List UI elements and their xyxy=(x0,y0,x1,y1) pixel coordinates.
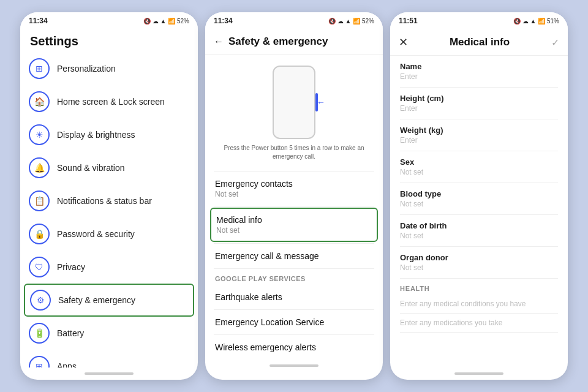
status-bar-3: 11:51 🔇 ☁ ▲ 📶 51% xyxy=(390,12,568,29)
home-bar-1 xyxy=(85,372,134,375)
blood-type-label: Blood type xyxy=(400,189,558,198)
emergency-contacts-sub: Not set xyxy=(215,190,373,198)
settings-item-homescreen[interactable]: 🏠 Home screen & Lock screen xyxy=(20,85,198,118)
personalization-label: Personalization xyxy=(57,64,116,74)
checkmark-icon[interactable]: ✓ xyxy=(551,37,559,48)
name-field[interactable]: Name Enter xyxy=(400,56,558,88)
status-icons-1: 🔇 ☁ ▲ 📶 52% xyxy=(143,18,189,24)
phone-graphic: ← xyxy=(273,66,315,139)
battery-icon: 🔋 xyxy=(29,323,50,344)
safety-header: ← Safety & emergency xyxy=(205,29,383,55)
dob-value: Not set xyxy=(400,232,558,240)
safety-title: Safety & emergency xyxy=(228,36,328,48)
battery-label: Battery xyxy=(57,328,84,338)
height-label: Height (cm) xyxy=(400,94,558,103)
medical-info-title: Medical info xyxy=(216,215,372,225)
time-3: 11:51 xyxy=(399,17,418,25)
apps-icon: ⊞ xyxy=(29,356,50,368)
medical-info-item[interactable]: Medical info Not set xyxy=(210,208,378,242)
dob-label: Date of birth xyxy=(400,221,558,230)
weight-field[interactable]: Weight (kg) Enter xyxy=(400,119,558,151)
sound-label: Sound & vibration xyxy=(57,163,125,173)
medical-header: ✕ Medical info ✓ xyxy=(390,29,568,56)
weight-label: Weight (kg) xyxy=(400,126,558,135)
settings-item-display[interactable]: ☀ Display & brightness xyxy=(20,118,198,151)
settings-item-apps[interactable]: ⊞ Apps xyxy=(20,350,198,368)
home-bar-2 xyxy=(270,364,318,367)
password-icon: 🔒 xyxy=(29,224,50,244)
phone-settings: 11:34 🔇 ☁ ▲ 📶 52% Settings ⊞ Personaliza… xyxy=(20,12,198,380)
settings-item-safety[interactable]: ⚙ Safety & emergency xyxy=(24,284,194,317)
homescreen-icon: 🏠 xyxy=(29,91,50,112)
organ-donor-value: Not set xyxy=(400,263,558,272)
sex-value: Not set xyxy=(400,168,558,176)
emergency-contacts-item[interactable]: Emergency contacts Not set xyxy=(205,172,383,206)
status-icons-2: 🔇 ☁ ▲ 📶 52% xyxy=(328,18,374,24)
notifications-icon: 📋 xyxy=(29,190,50,211)
home-indicator-3 xyxy=(390,368,568,380)
blood-type-field[interactable]: Blood type Not set xyxy=(400,183,558,215)
settings-item-battery[interactable]: 🔋 Battery xyxy=(20,317,198,350)
sound-icon: 🔔 xyxy=(29,157,50,178)
display-label: Display & brightness xyxy=(57,130,135,140)
time-2: 11:34 xyxy=(214,17,233,25)
phone-medical: 11:51 🔇 ☁ ▲ 📶 51% ✕ Medical info ✓ Name … xyxy=(390,12,568,380)
home-indicator-1 xyxy=(20,368,198,380)
settings-item-sound[interactable]: 🔔 Sound & vibration xyxy=(20,151,198,184)
privacy-label: Privacy xyxy=(57,262,85,272)
emergency-contacts-title: Emergency contacts xyxy=(215,179,373,189)
wireless-emergency-item[interactable]: Wireless emergency alerts xyxy=(205,335,383,360)
earthquake-title: Earthquake alerts xyxy=(215,292,373,302)
settings-item-privacy[interactable]: 🛡 Privacy xyxy=(20,251,198,284)
personalization-icon: ⊞ xyxy=(29,58,50,79)
emergency-location-title: Emergency Location Service xyxy=(215,317,373,327)
wireless-emergency-title: Wireless emergency alerts xyxy=(215,342,373,352)
name-label: Name xyxy=(400,62,558,71)
medical-fields-list: Name Enter Height (cm) Enter Weight (kg)… xyxy=(390,56,568,368)
medications-input[interactable]: Enter any medications you take xyxy=(400,314,558,333)
sex-field[interactable]: Sex Not set xyxy=(400,151,558,183)
divider-2 xyxy=(214,206,374,206)
medical-info-sub: Not set xyxy=(216,226,372,235)
privacy-icon: 🛡 xyxy=(29,257,50,277)
height-field[interactable]: Height (cm) Enter xyxy=(400,88,558,119)
organ-donor-label: Organ donor xyxy=(400,253,558,262)
settings-item-personalization[interactable]: ⊞ Personalization xyxy=(20,52,198,85)
status-bar-1: 11:34 🔇 ☁ ▲ 📶 52% xyxy=(20,12,198,29)
medical-conditions-input[interactable]: Enter any medical conditions you have xyxy=(400,295,558,314)
name-value: Enter xyxy=(400,72,558,81)
settings-item-notifications[interactable]: 📋 Notifications & status bar xyxy=(20,184,198,217)
status-bar-2: 11:34 🔇 ☁ ▲ 📶 52% xyxy=(205,12,383,29)
health-section-label: HEALTH xyxy=(400,279,558,295)
display-icon: ☀ xyxy=(29,124,50,145)
medical-title: Medical info xyxy=(450,36,510,48)
settings-item-password[interactable]: 🔒 Password & security xyxy=(20,217,198,251)
earthquake-alerts-item[interactable]: Earthquake alerts xyxy=(205,285,383,309)
homescreen-label: Home screen & Lock screen xyxy=(57,97,165,107)
status-icons-3: 🔇 ☁ ▲ 📶 51% xyxy=(513,18,559,24)
arrow-icon: ← xyxy=(317,97,325,107)
back-button[interactable]: ← xyxy=(214,36,224,47)
dob-field[interactable]: Date of birth Not set xyxy=(400,215,558,247)
notifications-label: Notifications & status bar xyxy=(57,196,152,206)
weight-value: Enter xyxy=(400,136,558,145)
home-bar-3 xyxy=(454,372,503,375)
settings-title: Settings xyxy=(20,29,198,52)
phone-safety: 11:34 🔇 ☁ ▲ 📶 52% ← Safety & emergency ←… xyxy=(205,12,383,380)
phone-caption: Press the Power button 5 times in a row … xyxy=(205,139,383,166)
home-indicator-2 xyxy=(205,360,383,372)
emergency-location-item[interactable]: Emergency Location Service xyxy=(205,310,383,334)
height-value: Enter xyxy=(400,104,558,113)
safety-icon: ⚙ xyxy=(30,290,51,311)
sex-label: Sex xyxy=(400,157,558,167)
close-button[interactable]: ✕ xyxy=(399,36,408,49)
apps-label: Apps xyxy=(57,361,77,368)
phone-illustration: ← Press the Power button 5 times in a ro… xyxy=(205,55,383,171)
gps-section-label: GOOGLE PLAY SERVICES xyxy=(205,269,383,285)
time-1: 11:34 xyxy=(29,17,48,25)
emergency-call-item[interactable]: Emergency call & message xyxy=(205,244,383,268)
safety-label: Safety & emergency xyxy=(58,295,135,305)
blood-type-value: Not set xyxy=(400,200,558,208)
password-label: Password & security xyxy=(57,229,135,239)
organ-donor-field[interactable]: Organ donor Not set xyxy=(400,247,558,279)
